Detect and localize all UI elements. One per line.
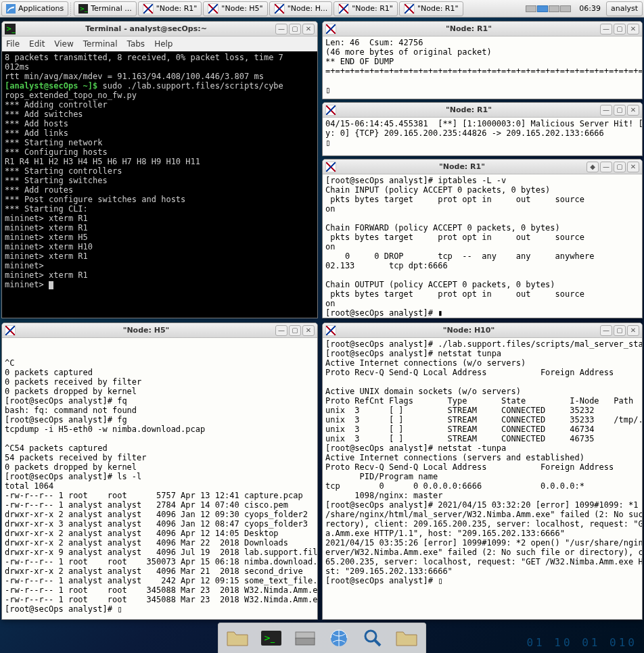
x-icon xyxy=(338,3,349,14)
x-icon xyxy=(5,325,16,336)
minimize-button[interactable]: — xyxy=(600,105,612,116)
titlebar[interactable]: "Node: H10" — ▢ ✕ xyxy=(323,323,642,338)
menu-file[interactable]: File xyxy=(6,39,20,49)
x-icon xyxy=(325,162,336,172)
window-title: "Node: R1" xyxy=(339,162,585,171)
terminal-icon: >_ xyxy=(5,24,16,34)
dock-search[interactable] xyxy=(358,625,388,652)
taskbar-separator xyxy=(70,2,72,16)
taskbar-item-h[interactable]: "Node: H... xyxy=(269,1,333,16)
close-button[interactable]: ✕ xyxy=(627,325,639,336)
menu-help[interactable]: Help xyxy=(154,39,172,49)
clock[interactable]: 06:39 xyxy=(575,4,605,13)
svg-rect-0 xyxy=(6,4,16,14)
bottom-dock: >_ xyxy=(218,623,426,653)
svg-text:>_: >_ xyxy=(264,633,275,643)
terminal-window-main: >_ Terminal - analyst@secOps:~ — ▢ ✕ Fil… xyxy=(1,21,318,318)
dock-terminal[interactable]: >_ xyxy=(256,625,286,652)
terminal-output[interactable]: 04/15-06:14:45.455381 [**] [1:1000003:0]… xyxy=(323,118,642,155)
window-title: Terminal - analyst@secOps:~ xyxy=(18,24,274,33)
maximize-button[interactable]: ▢ xyxy=(614,162,626,172)
taskbar-item-h5[interactable]: "Node: H5" xyxy=(203,1,267,16)
menu-edit[interactable]: Edit xyxy=(29,39,45,49)
x-icon xyxy=(404,3,415,14)
x-icon xyxy=(325,325,336,336)
window-title: "Node: R1" xyxy=(339,24,599,33)
ontop-button[interactable]: ◆ xyxy=(586,162,599,172)
svg-text:>_: >_ xyxy=(6,25,16,33)
workspace-switcher[interactable] xyxy=(523,5,574,12)
titlebar[interactable]: "Node: R1" — ▢ ✕ xyxy=(323,103,642,118)
titlebar[interactable]: "Node: R1" — ▢ ✕ xyxy=(323,22,642,37)
xterm-r1-dump: "Node: R1" — ▢ ✕ Len: 46 Csum: 42756 (46… xyxy=(322,21,643,99)
taskbar-item-terminal[interactable]: >_ Terminal ... xyxy=(74,1,136,16)
dock-browser[interactable] xyxy=(324,625,354,652)
menubar: File Edit View Terminal Tabs Help xyxy=(2,37,317,51)
terminal-output[interactable]: ^C 0 packets captured 0 packets received… xyxy=(2,338,317,619)
terminal-output[interactable]: Len: 46 Csum: 42756 (46 more bytes of or… xyxy=(323,37,642,99)
close-button[interactable]: ✕ xyxy=(627,162,639,172)
top-taskbar: Applications >_ Terminal ... "Node: R1" … xyxy=(0,0,644,18)
x-icon xyxy=(143,3,154,14)
applications-menu[interactable]: Applications xyxy=(1,1,68,16)
terminal-output[interactable]: [root@secOps analyst]# iptables -L -v Ch… xyxy=(323,174,642,318)
x-icon xyxy=(274,3,285,14)
minimize-button[interactable]: — xyxy=(600,24,612,34)
x-icon xyxy=(325,105,336,116)
maximize-button[interactable]: ▢ xyxy=(289,325,301,336)
menu-view[interactable]: View xyxy=(54,39,73,49)
close-button[interactable]: ✕ xyxy=(627,105,639,116)
terminal-output[interactable]: [root@secOps analyst]# ./lab.support.fil… xyxy=(323,338,642,619)
xterm-r1-alert: "Node: R1" — ▢ ✕ 04/15-06:14:45.455381 [… xyxy=(322,102,643,156)
maximize-button[interactable]: ▢ xyxy=(614,24,626,34)
xterm-h5: "Node: H5" — ▢ ✕ ^C 0 packets captured 0… xyxy=(1,322,318,620)
maximize-button[interactable]: ▢ xyxy=(614,105,626,116)
x-icon xyxy=(208,3,218,14)
minimize-button[interactable]: — xyxy=(275,24,288,34)
window-title: "Node: R1" xyxy=(339,105,599,114)
close-button[interactable]: ✕ xyxy=(302,24,315,34)
user-menu[interactable]: analyst xyxy=(606,1,643,16)
titlebar[interactable]: "Node: H5" — ▢ ✕ xyxy=(2,323,317,338)
svg-rect-8 xyxy=(296,638,315,645)
minimize-button[interactable]: — xyxy=(600,162,612,172)
maximize-button[interactable]: ▢ xyxy=(614,325,626,336)
menu-tabs[interactable]: Tabs xyxy=(127,39,145,49)
dock-disk[interactable] xyxy=(290,625,320,652)
svg-line-11 xyxy=(375,640,380,646)
minimize-button[interactable]: — xyxy=(275,325,288,336)
titlebar[interactable]: >_ Terminal - analyst@secOps:~ — ▢ ✕ xyxy=(2,22,317,37)
window-title: "Node: H5" xyxy=(18,326,274,335)
dock-file-manager[interactable] xyxy=(223,625,252,652)
xterm-r1-iptables: "Node: R1" ◆ — ▢ ✕ [root@secOps analyst]… xyxy=(322,159,643,318)
x-icon xyxy=(325,24,336,34)
xterm-h10: "Node: H10" — ▢ ✕ [root@secOps analyst]#… xyxy=(322,322,643,620)
taskbar-item-r1-2[interactable]: "Node: R1" xyxy=(334,1,398,16)
close-button[interactable]: ✕ xyxy=(627,24,639,34)
svg-point-10 xyxy=(365,631,376,642)
dock-folder[interactable] xyxy=(392,625,421,652)
taskbar-item-r1-1[interactable]: "Node: R1" xyxy=(138,1,202,16)
close-button[interactable]: ✕ xyxy=(302,325,315,336)
window-title: "Node: H10" xyxy=(339,326,599,335)
terminal-output[interactable]: 8 packets transmitted, 8 received, 0% pa… xyxy=(2,51,317,318)
minimize-button[interactable]: — xyxy=(600,325,612,336)
svg-text:>_: >_ xyxy=(80,5,88,11)
titlebar[interactable]: "Node: R1" ◆ — ▢ ✕ xyxy=(323,160,642,174)
decoration: 01 10 01 010 xyxy=(526,636,637,649)
menu-terminal[interactable]: Terminal xyxy=(83,39,118,49)
maximize-button[interactable]: ▢ xyxy=(289,24,301,34)
taskbar-item-r1-3[interactable]: "Node: R1" xyxy=(399,1,463,16)
